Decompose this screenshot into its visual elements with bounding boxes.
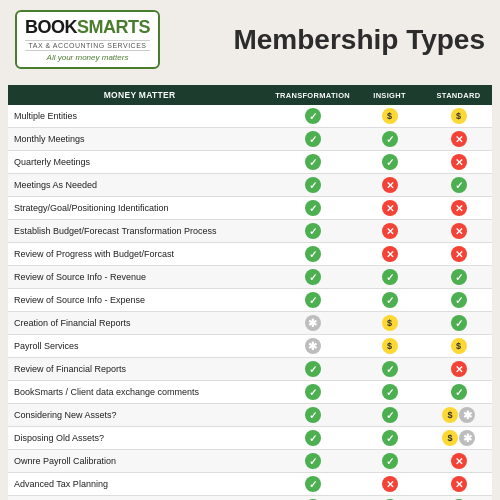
row-label: Establish Budget/Forecast Transformation… — [8, 220, 271, 243]
x-icon: ✕ — [451, 453, 467, 469]
row-label: Multiple Entities — [8, 105, 271, 128]
standard-cell: $ — [425, 335, 492, 358]
page-header: BOOKSMARTS TAX & ACCOUNTING SERVICES All… — [0, 0, 500, 79]
col-header-money-matter: MONEY MATTER — [8, 85, 271, 105]
check-icon: ✓ — [305, 223, 321, 239]
check-icon: ✓ — [382, 453, 398, 469]
dollar-icon: $ — [382, 108, 398, 124]
check-icon: ✓ — [305, 131, 321, 147]
standard-cell: ✓ — [425, 289, 492, 312]
insight-cell: ✓ — [354, 427, 425, 450]
row-label: Review of Source Info - Expense — [8, 289, 271, 312]
table-row: Review of Source Info - Revenue ✓ ✓ ✓ — [8, 266, 492, 289]
row-label: Disposing Old Assets? — [8, 427, 271, 450]
table-row: Meetings As Needed ✓ ✕ ✓ — [8, 174, 492, 197]
row-label: Review of Progress with Budget/Forcast — [8, 243, 271, 266]
insight-cell: ✕ — [354, 174, 425, 197]
table-row: Creation of Financial Reports ✱ $ ✓ — [8, 312, 492, 335]
x-icon: ✕ — [382, 223, 398, 239]
insight-cell: ✓ — [354, 266, 425, 289]
check-icon: ✓ — [305, 108, 321, 124]
row-label: Payroll Services — [8, 335, 271, 358]
check-icon: ✓ — [382, 292, 398, 308]
asterisk-icon: ✱ — [305, 315, 321, 331]
x-icon: ✕ — [451, 246, 467, 262]
row-label: Advanced Tax Planning — [8, 473, 271, 496]
insight-cell: ✓ — [354, 450, 425, 473]
table-row: Ownre Payroll Calibration ✓ ✓ ✕ — [8, 450, 492, 473]
insight-cell: ✕ — [354, 473, 425, 496]
check-icon: ✓ — [451, 177, 467, 193]
table-row: Strategy/Goal/Positioning Identification… — [8, 197, 492, 220]
x-icon: ✕ — [382, 177, 398, 193]
dollar-icon: $ — [382, 338, 398, 354]
check-icon: ✓ — [382, 407, 398, 423]
row-label: General Tax Planning — [8, 496, 271, 501]
standard-cell: ✕ — [425, 128, 492, 151]
asterisk-icon: ✱ — [459, 430, 475, 446]
standard-cell: ✓ — [425, 174, 492, 197]
transformation-cell: ✓ — [271, 220, 354, 243]
insight-cell: ✕ — [354, 220, 425, 243]
row-label: Review of Financial Reports — [8, 358, 271, 381]
transformation-cell: ✓ — [271, 243, 354, 266]
table-row: Quarterly Meetings ✓ ✓ ✕ — [8, 151, 492, 174]
row-label: Quarterly Meetings — [8, 151, 271, 174]
x-icon: ✕ — [451, 361, 467, 377]
transformation-cell: ✓ — [271, 266, 354, 289]
transformation-cell: ✓ — [271, 404, 354, 427]
row-label: Considering New Assets? — [8, 404, 271, 427]
table-body: Multiple Entities ✓ $ $ Monthly Meetings… — [8, 105, 492, 500]
standard-cell: ✓ — [425, 266, 492, 289]
standard-cell: ✕ — [425, 243, 492, 266]
table-row: Review of Source Info - Expense ✓ ✓ ✓ — [8, 289, 492, 312]
standard-cell: $✱ — [425, 427, 492, 450]
dollar-asterisk-icon: $✱ — [442, 407, 475, 423]
logo-tagline: All your money matters — [25, 53, 150, 62]
check-icon: ✓ — [382, 269, 398, 285]
x-icon: ✕ — [451, 131, 467, 147]
dollar-icon: $ — [451, 108, 467, 124]
standard-cell: ✕ — [425, 220, 492, 243]
logo-text: BOOKSMARTS — [25, 17, 150, 38]
transformation-cell: ✓ — [271, 105, 354, 128]
check-icon: ✓ — [305, 200, 321, 216]
transformation-cell: ✓ — [271, 450, 354, 473]
asterisk-icon: ✱ — [459, 407, 475, 423]
transformation-cell: ✓ — [271, 381, 354, 404]
insight-cell: ✓ — [354, 151, 425, 174]
standard-cell: ✓ — [425, 381, 492, 404]
table-row: Considering New Assets? ✓ ✓ $✱ — [8, 404, 492, 427]
asterisk-icon: ✱ — [305, 338, 321, 354]
insight-cell: ✓ — [354, 496, 425, 501]
dollar-icon: $ — [442, 430, 458, 446]
check-icon: ✓ — [305, 361, 321, 377]
check-icon: ✓ — [451, 269, 467, 285]
check-icon: ✓ — [382, 384, 398, 400]
row-label: Meetings As Needed — [8, 174, 271, 197]
col-header-transformation: TRANSFORMATION — [271, 85, 354, 105]
transformation-cell: ✓ — [271, 151, 354, 174]
check-icon: ✓ — [382, 361, 398, 377]
x-icon: ✕ — [451, 476, 467, 492]
insight-cell: ✓ — [354, 358, 425, 381]
insight-cell: ✕ — [354, 243, 425, 266]
logo: BOOKSMARTS TAX & ACCOUNTING SERVICES All… — [15, 10, 160, 69]
insight-cell: ✓ — [354, 381, 425, 404]
standard-cell: ✕ — [425, 473, 492, 496]
standard-cell: ✕ — [425, 151, 492, 174]
table-row: Review of Progress with Budget/Forcast ✓… — [8, 243, 492, 266]
col-header-insight: INSIGHT — [354, 85, 425, 105]
standard-cell: $✱ — [425, 404, 492, 427]
standard-cell: $ — [425, 105, 492, 128]
insight-cell: ✕ — [354, 197, 425, 220]
table-header-row: MONEY MATTER TRANSFORMATION INSIGHT STAN… — [8, 85, 492, 105]
check-icon: ✓ — [305, 384, 321, 400]
check-icon: ✓ — [305, 407, 321, 423]
row-label: Review of Source Info - Revenue — [8, 266, 271, 289]
insight-cell: ✓ — [354, 289, 425, 312]
standard-cell: ✕ — [425, 358, 492, 381]
page-title: Membership Types — [175, 24, 485, 56]
row-label: Ownre Payroll Calibration — [8, 450, 271, 473]
membership-table-container: MONEY MATTER TRANSFORMATION INSIGHT STAN… — [0, 79, 500, 500]
